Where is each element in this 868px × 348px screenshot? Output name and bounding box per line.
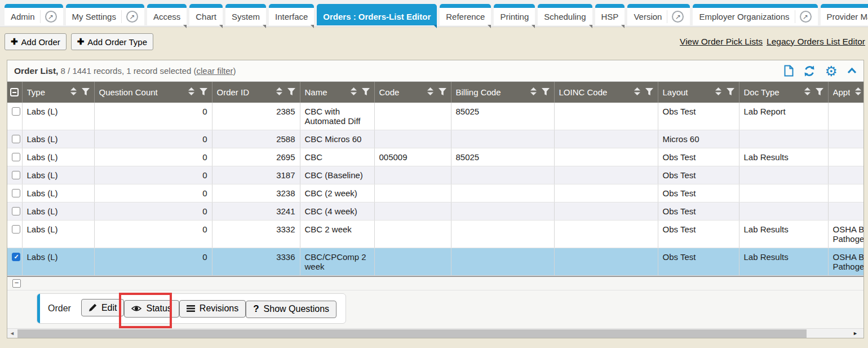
cell-question-count: 0: [94, 184, 212, 202]
tab-employer-organizations[interactable]: Employer Organizations↗: [693, 4, 817, 25]
filter-icon[interactable]: [200, 87, 207, 97]
horizontal-scrollbar[interactable]: ◄ ►: [7, 328, 863, 338]
table-row[interactable]: Labs (L)03187CBC (Baseline)Obs Test: [7, 166, 863, 184]
collapse-detail-toggle[interactable]: −: [12, 279, 21, 288]
column-header-billing-code[interactable]: Billing Code: [451, 82, 554, 103]
column-header-doc-type[interactable]: Doc Type: [739, 82, 828, 103]
row-checkbox[interactable]: [12, 171, 20, 179]
column-header-code[interactable]: Code: [374, 82, 451, 103]
annotated-button-wrap: Status: [124, 300, 179, 318]
table-row[interactable]: Labs (L)02588CBC Micros 60Micros 60: [7, 130, 863, 148]
cell-appt-type: [828, 103, 863, 130]
filter-icon[interactable]: [645, 87, 653, 97]
order-list-summary: Order List, 8 / 1441 records, 1 record s…: [14, 66, 236, 76]
column-header-order-id[interactable]: Order ID: [212, 82, 300, 103]
row-checkbox[interactable]: [12, 135, 20, 143]
table-row[interactable]: Labs (L)02385CBC with Automated Diff8502…: [7, 103, 863, 130]
tab-my-settings[interactable]: My Settings↗: [66, 4, 144, 25]
show-questions-button[interactable]: ?Show Questions: [246, 301, 336, 318]
scroll-left-arrow-icon[interactable]: ◄: [7, 329, 17, 338]
edit-button[interactable]: Edit: [81, 299, 125, 316]
table-row[interactable]: Labs (L)03238CBC (2 week)Obs Test: [7, 184, 863, 202]
tab-label: Orders : Orders-List Editor: [323, 12, 431, 21]
view-order-pick-lists-link[interactable]: View Order Pick Lists: [680, 37, 763, 47]
filter-icon[interactable]: [542, 87, 550, 97]
filter-icon[interactable]: [727, 87, 734, 97]
external-link-icon[interactable]: ↗: [126, 11, 138, 23]
tab-system[interactable]: System: [225, 4, 266, 25]
column-header-loinc-code[interactable]: LOINC Code: [554, 82, 658, 103]
sort-icon[interactable]: [530, 87, 537, 97]
tab-provider-management[interactable]: Provider Management↗: [821, 4, 868, 25]
action-buttons: EditStatusRevisions?Show Questions: [81, 299, 336, 318]
filter-icon[interactable]: [439, 87, 446, 97]
external-link-icon[interactable]: ↗: [672, 11, 684, 23]
legacy-orders-list-editor-link[interactable]: Legacy Orders List Editor: [767, 37, 865, 47]
sort-icon[interactable]: [276, 87, 282, 97]
sort-icon[interactable]: [188, 87, 194, 97]
external-link-icon[interactable]: ↗: [800, 11, 812, 23]
cell-code: [374, 248, 451, 276]
cell-appt-type: [828, 166, 863, 184]
tab-version[interactable]: Version↗: [627, 4, 690, 25]
column-header-name[interactable]: Name: [300, 82, 374, 103]
scrollbar-thumb[interactable]: [17, 329, 807, 338]
cell-appt-type: OSHA B Pathoge: [828, 221, 863, 248]
status-button[interactable]: Status: [124, 300, 179, 318]
tab-orders-orders-list-editor[interactable]: Orders : Orders-List Editor: [317, 4, 437, 25]
new-record-icon[interactable]: [784, 65, 794, 77]
tab-interface[interactable]: Interface: [269, 4, 314, 25]
add-order-button[interactable]: ✚ Add Order: [5, 33, 67, 50]
tab-label: Interface: [275, 12, 308, 21]
tab-printing[interactable]: Printing: [494, 4, 535, 25]
tab-chart[interactable]: Chart: [189, 4, 223, 25]
revisions-button[interactable]: Revisions: [179, 300, 246, 318]
column-header-layout[interactable]: Layout: [658, 82, 739, 103]
tab-reference[interactable]: Reference: [440, 4, 491, 25]
clear-filter-link[interactable]: clear filter: [197, 66, 233, 76]
collapse-chevron-icon[interactable]: [847, 68, 857, 74]
table-row[interactable]: Labs (L)03332CBC 2 weekObs TestLab Resul…: [7, 221, 863, 248]
tab-access[interactable]: Access: [147, 4, 187, 25]
tab-label: HSP: [601, 12, 619, 21]
row-checkbox[interactable]: [12, 153, 20, 161]
row-checkbox[interactable]: [12, 189, 20, 197]
scroll-right-arrow-icon[interactable]: ►: [851, 329, 860, 338]
row-checkbox[interactable]: [12, 253, 20, 261]
filter-icon[interactable]: [362, 87, 370, 97]
column-header-appt-ty[interactable]: Appt. Ty: [828, 82, 863, 103]
sort-icon[interactable]: [427, 87, 433, 97]
sort-icon[interactable]: [855, 87, 861, 97]
orders-list-editor-page: Admin↗My Settings↗AccessChartSystemInter…: [0, 0, 868, 338]
column-header-type[interactable]: Type: [22, 82, 94, 103]
cell-loinc-code: [554, 130, 658, 148]
cell-name: CBC (4 week): [300, 202, 374, 221]
select-all-column-header: [7, 82, 22, 103]
add-order-type-button[interactable]: ✚ Add Order Type: [71, 33, 153, 50]
tab-admin[interactable]: Admin↗: [5, 4, 63, 25]
filter-icon[interactable]: [816, 87, 823, 97]
refresh-icon[interactable]: [803, 65, 816, 77]
table-row[interactable]: Labs (L)03241CBC (4 week)Obs Test: [7, 202, 863, 221]
order-group-label: Order: [48, 303, 71, 314]
tab-hsp[interactable]: HSP: [595, 4, 625, 25]
sort-icon[interactable]: [715, 87, 721, 97]
sort-icon[interactable]: [634, 87, 640, 97]
column-header-question-count[interactable]: Question Count: [94, 82, 212, 103]
row-checkbox[interactable]: [12, 207, 20, 215]
row-checkbox[interactable]: [12, 107, 20, 116]
table-row[interactable]: Labs (L)03336CBC/CPComp 2 weekObs TestLa…: [7, 248, 863, 276]
table-row[interactable]: Labs (L)02695CBC00500985025Obs TestLab R…: [7, 148, 863, 166]
cell-code: [374, 202, 451, 221]
select-all-checkbox[interactable]: [10, 88, 19, 96]
cell-name: CBC 2 week: [300, 221, 374, 248]
external-link-icon[interactable]: ↗: [45, 11, 57, 23]
filter-icon[interactable]: [82, 87, 90, 97]
sort-icon[interactable]: [70, 87, 77, 97]
tab-scheduling[interactable]: Scheduling: [538, 4, 592, 25]
settings-gear-icon[interactable]: ⚙: [825, 65, 838, 77]
sort-icon[interactable]: [804, 87, 811, 97]
filter-icon[interactable]: [287, 87, 295, 97]
row-checkbox[interactable]: [12, 225, 20, 234]
sort-icon[interactable]: [351, 87, 357, 97]
